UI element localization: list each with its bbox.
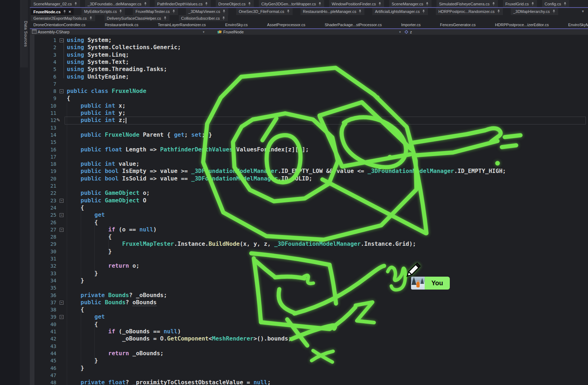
code-line: public bool IsSolid => value == _3DFound… [67,175,312,182]
line-number: 9 [36,95,56,102]
code-line: using System.Text; [67,58,129,66]
line-number: 27 [36,226,56,233]
line-number: 25 [36,211,56,219]
line-number: 37 [36,299,56,306]
presence-name-label: You [425,277,450,290]
code-line: { [67,204,84,211]
line-number: 4 [36,58,56,66]
line-number: 3 [36,51,56,58]
line-number: 24 [36,204,56,211]
indent-guide [94,321,95,365]
fold-collapse-icon[interactable]: − [60,89,64,93]
line-number: 45 [36,357,56,364]
line-number: 17 [36,153,56,160]
code-line: } [67,365,84,372]
code-line: if (o == null) [67,226,157,233]
code-line: public int x; [67,102,126,109]
line-number: 10 [36,102,56,109]
code-line: using System.Linq; [67,51,129,58]
code-line: using UnityEngine; [67,73,129,80]
code-line: public bool IsEmpty => value >= _3DFound… [67,168,506,175]
line-number: 43 [36,343,56,350]
line-number: 1 [36,37,56,44]
line-number: 16 [36,146,56,153]
code-line: { [67,95,70,102]
fold-collapse-icon[interactable]: − [60,38,64,42]
line-number: 19 [36,168,56,175]
line-number: 48 [36,379,56,385]
line-edit-pencil-icon: ✎ [56,117,60,123]
fold-collapse-icon[interactable]: − [60,301,64,305]
fold-collapse-icon[interactable]: − [60,199,64,203]
fold-collapse-icon[interactable]: − [60,213,64,217]
line-number: 22 [36,189,56,197]
line-number: 14 [36,131,56,138]
line-number: 12 [36,117,56,124]
code-line: public int y; [67,109,126,117]
collaborator-avatar [411,277,425,290]
code-line: using System.Collections.Generic; [67,44,181,51]
line-number: 26 [36,219,56,226]
code-line: return o; [67,262,139,269]
code-line: } [67,357,98,364]
code-line: { [67,321,98,328]
code-line: return _oBounds; [67,350,164,357]
code-layer: 1using System;−2using System.Collections… [0,0,588,385]
line-number: 33 [36,270,56,277]
fold-collapse-icon[interactable]: − [60,228,64,232]
code-line: public Bounds? oBounds [67,299,157,306]
line-number: 31 [36,255,56,262]
line-number: 39 [36,313,56,320]
indent-guide [108,234,109,255]
line-number: 11 [36,109,56,117]
code-line: get [67,211,105,219]
code-line: public GameObject O [67,197,146,204]
collaborator-presence-chip: You [411,277,450,290]
vs-window: Data Sources SceneManager_02.cs_3DFounda… [0,0,588,385]
line-number: 2 [36,44,56,51]
line-number: 30 [36,248,56,255]
indent-guide [81,205,81,285]
line-number: 46 [36,365,56,372]
code-line: using System; [67,37,112,44]
text-cursor [126,118,126,123]
code-line: { [67,219,98,226]
line-number: 5 [36,66,56,73]
code-line: { [67,233,112,240]
line-number: 20 [36,175,56,182]
code-line: public int z; [67,117,126,124]
indent-guide [81,306,81,372]
line-number: 8 [36,88,56,95]
code-line: private Bounds? _oBounds; [67,292,167,299]
line-number: 29 [36,240,56,248]
line-number: 34 [36,277,56,284]
line-number: 13 [36,124,56,131]
line-number: 47 [36,372,56,379]
line-number: 32 [36,262,56,269]
line-number: 21 [36,182,56,189]
code-line: public GameObject o; [67,189,150,197]
fold-collapse-icon[interactable]: − [60,315,64,319]
code-line: } [67,277,84,284]
code-line: get [67,313,105,320]
line-number: 7 [36,80,56,88]
line-number: 38 [36,306,56,313]
code-line: public float Length => PathfinderDepthVa… [67,146,309,153]
line-number: 40 [36,321,56,328]
code-line: } [67,270,98,277]
line-number: 6 [36,73,56,80]
line-number: 28 [36,233,56,240]
line-number: 44 [36,350,56,357]
line-number: 42 [36,335,56,342]
line-number: 35 [36,284,56,291]
indent-guide [94,219,95,277]
line-number: 15 [36,138,56,146]
code-line: public class FruxelNode [67,88,146,95]
code-line: using System.Threading.Tasks; [67,66,167,73]
line-number: 18 [36,160,56,168]
code-line: FruxelMapTester.Instance.BuildNode(x, y,… [67,240,416,248]
code-line: public int value; [67,160,139,168]
code-line: { [67,306,84,313]
code-line: public FruxelNode Parent { get; set; } [67,131,212,138]
line-number: 36 [36,292,56,299]
